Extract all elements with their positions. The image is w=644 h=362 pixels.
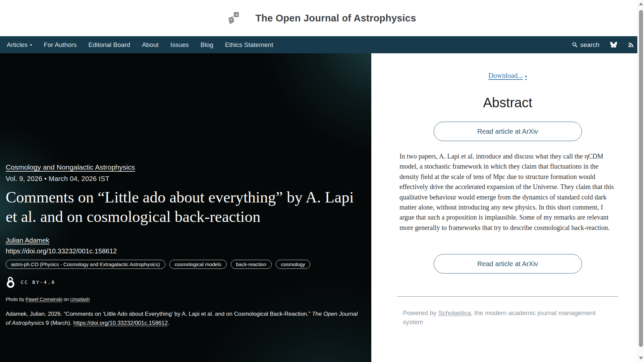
chevron-down-icon: ▾ <box>525 74 527 79</box>
citation-volume: 9 (March). <box>44 320 73 326</box>
nav-right-tools: search <box>572 41 634 49</box>
photo-credit-prefix: Photo by <box>6 297 25 302</box>
nav-item-blog[interactable]: Blog <box>201 41 213 49</box>
nav-item-label: Articles <box>7 41 28 49</box>
nav-item-for-authors[interactable]: For Authors <box>44 41 76 49</box>
tag-pill[interactable]: back-reaction <box>231 260 272 269</box>
journal-logo-icon <box>228 11 240 25</box>
photo-credit: Photo by Pawel Czerwinski on Unsplash <box>6 297 362 302</box>
nav-item-issues[interactable]: Issues <box>170 41 189 49</box>
article-hero: Cosmology and Nongalactic Astrophysics V… <box>0 53 371 362</box>
chevron-down-icon: ▾ <box>30 43 32 47</box>
read-article-arxiv-button-bottom[interactable]: Read article at ArXiv <box>434 254 582 274</box>
footer-prefix: Powered by <box>403 309 438 316</box>
nav-item-editorial-board[interactable]: Editorial Board <box>89 41 130 49</box>
abstract-column: Download...▾ Abstract Read article at Ar… <box>397 71 619 327</box>
abstract-text: In two papers, A. Lapi et al. introduce … <box>399 151 616 233</box>
citation-text: Adamek, Julian. 2026. “Comments on ‘Litt… <box>6 311 312 317</box>
article-doi: https://doi.org/10.33232/001c.158612 <box>6 247 362 255</box>
volume-date: Vol. 9, 2026 • March 04, 2026 IST <box>6 175 362 183</box>
abstract-panel: Download...▾ Abstract Read article at Ar… <box>371 53 644 362</box>
bluesky-icon[interactable] <box>610 42 617 48</box>
scrollbar-up-arrow[interactable] <box>639 2 643 5</box>
page-scrollbar <box>637 0 644 362</box>
tag-row: astro-ph.CO (Physics - Cosmology and Ext… <box>6 260 362 269</box>
tag-pill[interactable]: cosmological models <box>169 260 227 269</box>
citation: Adamek, Julian. 2026. “Comments on ‘Litt… <box>6 309 362 328</box>
unsplash-link[interactable]: Unsplash <box>70 297 90 302</box>
search-label: search <box>580 41 599 49</box>
nav-item-about[interactable]: About <box>142 41 159 49</box>
citation-period: . <box>168 320 169 326</box>
category-link[interactable]: Cosmology and Nongalactic Astrophysics <box>6 163 135 171</box>
photographer-link[interactable]: Pawel Czerwinski <box>25 297 62 302</box>
download-label: Download... <box>488 71 523 79</box>
powered-by-footer: Powered by Scholastica, the modern acade… <box>403 309 597 327</box>
citation-doi-link[interactable]: https://doi.org/10.33232/001c.158612 <box>73 320 168 326</box>
scrollbar-down-arrow[interactable] <box>639 357 643 360</box>
nav-items: Articles ▾ For Authors Editorial Board A… <box>7 41 273 49</box>
nav-item-articles[interactable]: Articles ▾ <box>7 41 32 49</box>
photo-credit-middle: on <box>62 297 70 302</box>
download-dropdown[interactable]: Download...▾ <box>488 71 527 80</box>
tag-pill[interactable]: astro-ph.CO (Physics - Cosmology and Ext… <box>6 260 165 269</box>
scholastica-link[interactable]: Scholastica <box>438 309 471 316</box>
article-title: Comments on “Little ado about everything… <box>6 187 362 227</box>
read-article-arxiv-button-top[interactable]: Read article at ArXiv <box>434 122 582 141</box>
search-button[interactable]: search <box>572 41 599 49</box>
open-access-icon <box>6 276 15 289</box>
license-label: CC BY-4.0 <box>21 280 55 285</box>
sidebar-divider <box>397 296 619 297</box>
main-content: Cosmology and Nongalactic Astrophysics V… <box>0 53 644 362</box>
scrollbar-thumb[interactable] <box>639 10 643 347</box>
rss-icon[interactable] <box>628 42 634 48</box>
tag-pill[interactable]: cosmology <box>276 260 311 269</box>
abstract-heading: Abstract <box>397 95 619 110</box>
main-navbar: Articles ▾ For Authors Editorial Board A… <box>0 36 644 53</box>
page: The Open Journal of Astrophysics Article… <box>0 0 644 362</box>
license-row: CC BY-4.0 <box>6 276 362 289</box>
nav-item-ethics-statement[interactable]: Ethics Statement <box>225 41 273 49</box>
site-title: The Open Journal of Astrophysics <box>255 13 416 24</box>
site-header: The Open Journal of Astrophysics <box>0 0 644 36</box>
search-icon <box>572 42 578 48</box>
author-link[interactable]: Julian Adamek <box>6 237 49 244</box>
